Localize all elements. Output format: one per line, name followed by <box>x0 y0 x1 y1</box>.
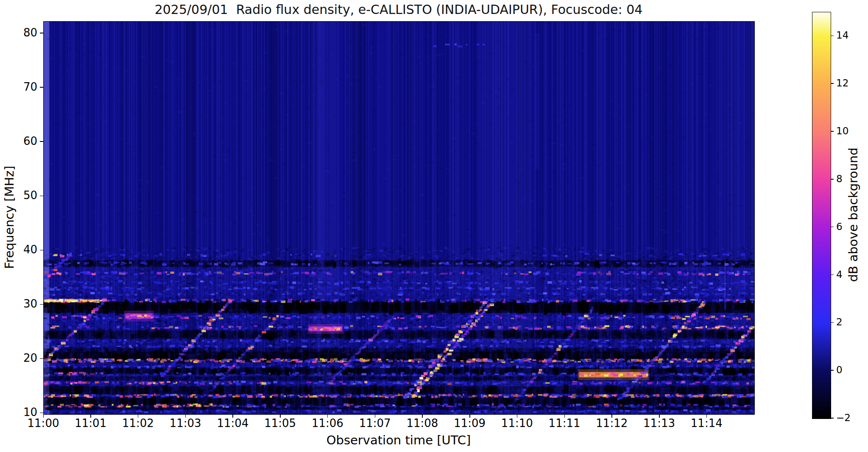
chart-title: 2025/09/01 Radio flux density, e-CALLIST… <box>43 2 754 17</box>
colorbar-tick <box>831 370 834 371</box>
colorbar-tick <box>831 322 834 323</box>
x-tick-label: 11:14 <box>677 417 736 430</box>
colorbar-tick-label: 2 <box>836 316 843 327</box>
x-axis-label: Observation time [UTC] <box>43 433 754 447</box>
y-tick <box>40 358 43 359</box>
y-axis-label: Frequency [MHz] <box>2 166 17 269</box>
colorbar-tick <box>831 227 834 227</box>
colorbar-tick-label: 10 <box>836 125 848 136</box>
colorbar-tick <box>831 418 834 419</box>
colorbar-tick-label: 6 <box>836 221 843 232</box>
colorbar-tick-label: 8 <box>836 173 843 184</box>
colorbar-tick <box>831 131 834 132</box>
y-tick-label: 60 <box>3 135 37 147</box>
colorbar-tick <box>831 179 834 180</box>
y-tick-label: 80 <box>3 26 37 39</box>
spectrogram-figure: 2025/09/01 Radio flux density, e-CALLIST… <box>0 0 868 452</box>
colorbar-tick-label: −2 <box>836 412 851 423</box>
y-tick-label: 20 <box>3 352 37 364</box>
y-tick <box>40 250 43 251</box>
y-tick-label: 10 <box>3 406 37 419</box>
colorbar-tick <box>831 83 834 84</box>
y-tick <box>40 304 43 305</box>
y-tick <box>40 33 43 33</box>
spectrogram-canvas <box>43 21 755 415</box>
y-tick-label: 70 <box>3 80 37 93</box>
colorbar-tick-label: 0 <box>836 364 843 375</box>
colorbar-tick-label: 12 <box>836 78 848 89</box>
colorbar-tick <box>831 36 834 36</box>
colorbar-tick <box>831 275 834 275</box>
y-tick <box>40 413 43 413</box>
y-tick <box>40 87 43 88</box>
y-tick <box>40 196 43 197</box>
colorbar-label: dB above background <box>846 147 860 282</box>
colorbar <box>812 12 831 419</box>
colorbar-tick-label: 4 <box>836 269 843 280</box>
colorbar-tick-label: 14 <box>836 30 848 41</box>
y-tick-label: 30 <box>3 297 37 310</box>
y-tick <box>40 141 43 142</box>
